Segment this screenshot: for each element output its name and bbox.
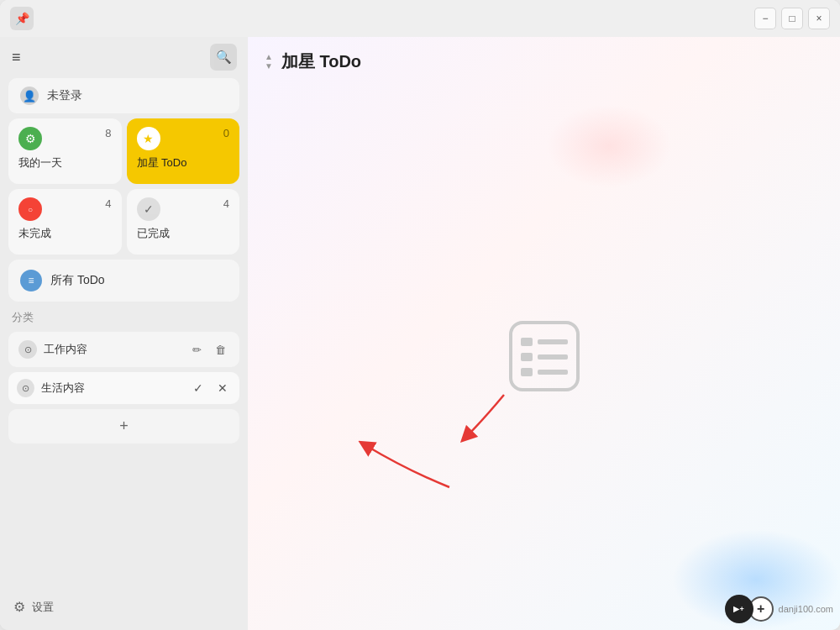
watermark-icons: ▶+ + [725, 595, 774, 623]
card-complete-icon: ✓ [137, 197, 160, 221]
pin-icon: 📌 [15, 12, 29, 25]
close-icon: × [816, 13, 822, 24]
all-todo-label: 所有 ToDo [50, 273, 105, 288]
add-icon: + [119, 417, 129, 435]
maximize-icon: □ [789, 13, 795, 24]
search-icon: 🔍 [216, 50, 232, 65]
content-header: ▲ ▼ 加星 ToDo [248, 37, 840, 81]
watermark-logo: ▶+ [725, 595, 753, 623]
titlebar-left: 📌 [10, 7, 34, 30]
category-work-edit-button[interactable]: ✏ [187, 340, 206, 359]
window-controls: − □ × [754, 8, 830, 29]
card-my-day-icon: ⚙ [18, 127, 42, 150]
nav-up-button[interactable]: ▲ [265, 53, 273, 61]
hamburger-button[interactable]: ≡ [12, 49, 21, 66]
empty-state-icon [502, 314, 586, 398]
settings-row[interactable]: ⚙ 设置 [8, 592, 239, 622]
empty-icon-container [502, 314, 586, 398]
svg-rect-4 [538, 354, 568, 360]
user-label: 未登录 [47, 88, 82, 103]
card-incomplete-label: 未完成 [18, 226, 112, 241]
hamburger-icon: ≡ [12, 49, 21, 66]
category-work-icon: ⊙ [18, 340, 37, 359]
svg-rect-2 [538, 339, 568, 344]
category-life-icon: ⊙ [17, 379, 34, 397]
maximize-button[interactable]: □ [781, 8, 803, 29]
user-avatar-icon: 👤 [20, 87, 39, 105]
settings-icon: ⚙ [13, 599, 25, 615]
category-work[interactable]: ⊙ 工作内容 ✏ 🗑 [8, 332, 239, 367]
category-work-actions: ✏ 🗑 [187, 340, 229, 359]
card-my-day-label: 我的一天 [18, 155, 112, 171]
watermark-logo-icon: ▶+ [733, 605, 743, 613]
user-row[interactable]: 👤 未登录 [8, 78, 239, 113]
category-work-delete-button[interactable]: 🗑 [211, 340, 229, 359]
category-life-cancel-button[interactable]: ✕ [213, 379, 231, 397]
category-life-input[interactable] [41, 382, 182, 395]
category-work-label: 工作内容 [44, 342, 181, 357]
search-button[interactable]: 🔍 [210, 44, 237, 71]
card-incomplete[interactable]: 4 ○ 未完成 [8, 189, 122, 255]
card-starred[interactable]: 0 ★ 加星 ToDo [127, 118, 240, 184]
card-starred-count: 0 [223, 127, 229, 139]
svg-rect-1 [521, 338, 533, 346]
card-starred-icon: ★ [137, 127, 160, 150]
watermark: ▶+ + danji100.com [725, 595, 833, 623]
card-incomplete-count: 4 [105, 197, 111, 210]
pin-button[interactable]: 📌 [10, 7, 34, 30]
app-window: 📌 − □ × ≡ [0, 0, 840, 630]
card-complete[interactable]: 4 ✓ 已完成 [127, 189, 240, 255]
watermark-text: danji100.com [779, 604, 833, 614]
user-icon-glyph: 👤 [23, 90, 36, 102]
content-title: 加星 ToDo [281, 50, 361, 73]
minimize-button[interactable]: − [754, 8, 776, 29]
svg-rect-5 [521, 368, 533, 376]
settings-label: 设置 [32, 600, 54, 615]
card-complete-label: 已完成 [137, 226, 230, 241]
svg-rect-3 [521, 353, 533, 361]
category-life-edit: ⊙ ✓ ✕ [8, 372, 239, 404]
empty-state [248, 81, 840, 630]
main-layout: ≡ 🔍 👤 未登录 8 ⚙ [0, 0, 840, 630]
sidebar-header: ≡ [8, 45, 239, 73]
card-my-day-count: 8 [105, 127, 111, 139]
category-life-confirm-button[interactable]: ✓ [189, 379, 207, 397]
all-todo-icon: ≡ [20, 270, 42, 291]
nav-down-button[interactable]: ▼ [265, 62, 273, 71]
categories-section-title: 分类 [8, 307, 239, 327]
minimize-icon: − [762, 13, 768, 24]
sidebar: ≡ 🔍 👤 未登录 8 ⚙ [0, 37, 248, 630]
svg-rect-6 [538, 370, 568, 375]
titlebar: 📌 − □ × [0, 0, 840, 37]
cards-grid: 8 ⚙ 我的一天 0 ★ 加星 ToDo 4 ○ 未完成 [8, 118, 239, 255]
card-complete-count: 4 [223, 197, 229, 210]
all-todo-row[interactable]: ≡ 所有 ToDo [8, 260, 239, 302]
content-area: ▲ ▼ 加星 ToDo [248, 37, 840, 630]
add-category-button[interactable]: + [8, 409, 239, 444]
card-incomplete-icon: ○ [18, 197, 42, 221]
card-starred-label: 加星 ToDo [137, 155, 230, 171]
close-button[interactable]: × [808, 8, 830, 29]
card-my-day[interactable]: 8 ⚙ 我的一天 [8, 118, 122, 184]
